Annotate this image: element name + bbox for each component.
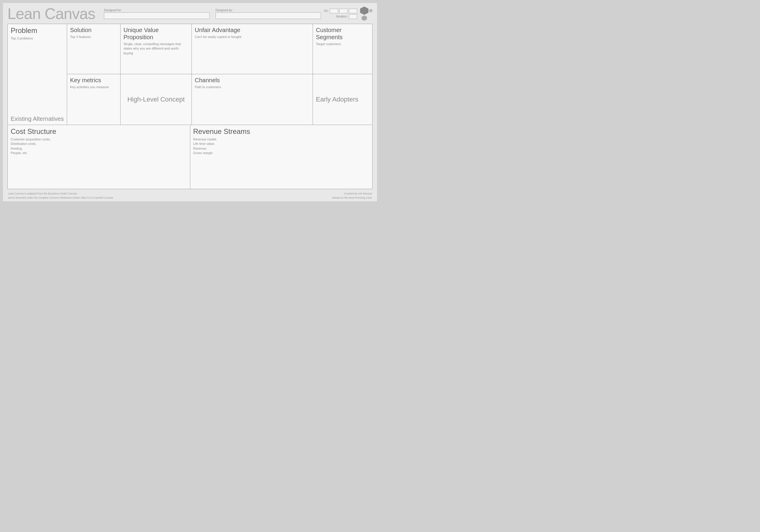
channels-subtitle: Path to customers bbox=[195, 85, 309, 89]
high-level-text: High-Level Concept bbox=[127, 96, 185, 103]
cell-early: Early Adopters bbox=[313, 74, 372, 125]
footer-left-line2: and is licensed under the Creative Comon… bbox=[8, 196, 113, 200]
header-right: On: Iteration: bbox=[324, 9, 357, 19]
cell-unfair: Unfair Advantage Can't be easily copied … bbox=[192, 24, 312, 74]
footer-right-line2: Based on the book Running Lean bbox=[332, 196, 372, 200]
lean-canvas: Problem Top 3 problems Existing Alternat… bbox=[7, 24, 373, 189]
cell-problem: Problem Top 3 problems Existing Alternat… bbox=[8, 24, 67, 125]
problem-title: Problem bbox=[11, 26, 64, 35]
hex-col-1 bbox=[360, 7, 368, 21]
revenue-subtitle: Revenue model, Life time value, Revenue,… bbox=[193, 137, 370, 156]
canvas-top-row: Problem Top 3 problems Existing Alternat… bbox=[8, 24, 372, 125]
early-text: Early Adopters bbox=[316, 96, 358, 103]
customer-title: Customer Segments bbox=[316, 26, 369, 41]
designed-by-input[interactable] bbox=[215, 13, 321, 19]
cell-uvp-concept: Unique Value Proposition Single, clear, … bbox=[120, 24, 192, 125]
cell-cost: Cost Structure Customer acquisition cost… bbox=[8, 125, 190, 189]
key-metrics-subtitle: Key activities you measure bbox=[70, 85, 117, 89]
cell-key-metrics: Key metrics Key activities you measure bbox=[67, 74, 120, 125]
designed-for-group: Designed for: bbox=[104, 9, 209, 19]
designed-for-label: Designed for: bbox=[104, 9, 209, 12]
cell-unfair-channels: Unfair Advantage Can't be easily copied … bbox=[192, 24, 313, 125]
hex-tiny bbox=[369, 9, 373, 13]
footer-left: Lean Canvas is adapted from the Business… bbox=[8, 192, 113, 200]
cell-solution-metrics: Solution Top 3 features Key metrics Key … bbox=[67, 24, 120, 125]
iteration-row: Iteration: bbox=[336, 14, 357, 19]
cost-title: Cost Structure bbox=[11, 127, 187, 136]
designed-for-input[interactable] bbox=[104, 13, 209, 19]
header: Lean Canvas Designed for: Designed by: O… bbox=[7, 6, 373, 22]
uvp-title: Unique Value Proposition bbox=[123, 26, 189, 41]
channels-title: Channels bbox=[195, 76, 309, 84]
header-fields: Designed for: Designed by: bbox=[104, 9, 321, 19]
cell-high-level: High-Level Concept bbox=[120, 74, 191, 125]
cell-revenue: Revenue Streams Revenue model, Life time… bbox=[190, 125, 373, 189]
hex-large bbox=[360, 7, 368, 15]
footer: Lean Canvas is adapted from the Business… bbox=[7, 190, 373, 200]
cell-customer: Customer Segments Target customers bbox=[313, 24, 372, 74]
cell-uvp: Unique Value Proposition Single, clear, … bbox=[120, 24, 191, 74]
page-wrapper: Lean Canvas Designed for: Designed by: O… bbox=[3, 3, 377, 201]
page-title: Lean Canvas bbox=[7, 6, 95, 22]
cell-channels: Channels Path to customers bbox=[192, 74, 312, 125]
iteration-field[interactable] bbox=[349, 14, 357, 19]
designed-by-label: Designed by: bbox=[215, 9, 321, 12]
key-metrics-title: Key metrics bbox=[70, 76, 117, 84]
month-field[interactable] bbox=[339, 9, 348, 13]
iteration-label: Iteration: bbox=[336, 15, 348, 18]
footer-left-line1: Lean Canvas is adapted from the Business… bbox=[8, 192, 113, 196]
unfair-title: Unfair Advantage bbox=[195, 26, 309, 33]
revenue-title: Revenue Streams bbox=[193, 127, 370, 136]
hex-small bbox=[361, 16, 367, 21]
uvp-subtitle: Single, clear, compelling messages that … bbox=[123, 42, 189, 56]
date-row: On: bbox=[324, 9, 357, 13]
problem-alt-text: Existing Alternatives bbox=[11, 116, 64, 122]
year-field[interactable] bbox=[349, 9, 357, 13]
problem-subtitle: Top 3 problems bbox=[11, 36, 64, 41]
hex-group bbox=[360, 7, 373, 21]
cost-subtitle: Customer acquisition costs, Distribution… bbox=[11, 137, 187, 156]
solution-title: Solution bbox=[70, 26, 117, 33]
unfair-subtitle: Can't be easily copied or bought bbox=[195, 35, 309, 39]
day-field[interactable] bbox=[330, 9, 338, 13]
cell-customer-early: Customer Segments Target customers Early… bbox=[313, 24, 372, 125]
footer-right-line1: Created by Ash Maurya bbox=[332, 192, 372, 196]
canvas-bottom-row: Cost Structure Customer acquisition cost… bbox=[8, 125, 372, 189]
customer-subtitle: Target customers bbox=[316, 42, 369, 46]
footer-right: Created by Ash Maurya Based on the book … bbox=[332, 192, 372, 200]
hex-col-2 bbox=[369, 7, 373, 13]
designed-by-group: Designed by: bbox=[215, 9, 321, 19]
solution-subtitle: Top 3 features bbox=[70, 35, 117, 39]
on-label: On: bbox=[324, 9, 329, 13]
cell-solution: Solution Top 3 features bbox=[67, 24, 120, 74]
